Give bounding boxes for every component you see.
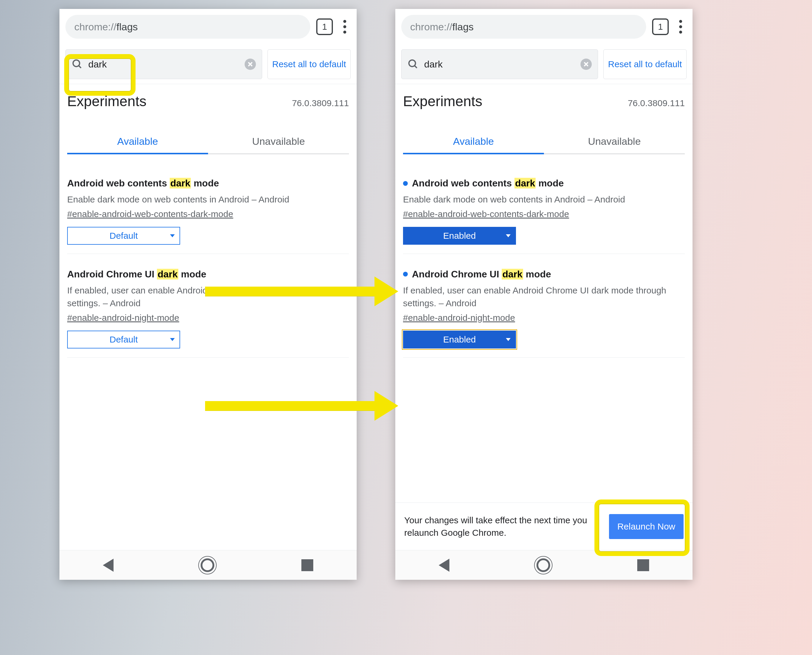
- modified-dot-icon: [403, 272, 408, 277]
- flag-select[interactable]: Default: [67, 227, 180, 245]
- flags-search-input[interactable]: dark: [65, 49, 262, 79]
- flag-hash-link[interactable]: #enable-android-night-mode: [403, 313, 515, 323]
- flag-description: Enable dark mode on web contents in Andr…: [403, 193, 685, 206]
- tab-unavailable[interactable]: Unavailable: [544, 130, 685, 154]
- flag-entry: Android Chrome UI dark mode If enabled, …: [403, 254, 685, 358]
- home-icon[interactable]: [536, 558, 550, 572]
- omnibox[interactable]: chrome://flags: [401, 15, 646, 38]
- omnibox[interactable]: chrome://flags: [65, 15, 310, 38]
- flag-hash-link[interactable]: #enable-android-web-contents-dark-mode: [403, 209, 569, 219]
- flag-title: Android Chrome UI dark mode: [67, 269, 349, 280]
- reset-all-label: Reset all to default: [272, 58, 346, 70]
- search-icon: [407, 58, 419, 70]
- overflow-menu-icon[interactable]: [675, 18, 686, 36]
- chevron-down-icon: [170, 338, 175, 341]
- svg-point-2: [409, 60, 416, 67]
- flag-title: Android Chrome UI dark mode: [403, 269, 685, 280]
- page-title: Experiments: [403, 93, 482, 109]
- chevron-down-icon: [170, 234, 175, 237]
- flag-list: Android web contents dark mode Enable da…: [60, 154, 357, 358]
- flag-tabs: Available Unavailable: [67, 130, 349, 154]
- flag-description: If enabled, user can enable Android Chro…: [403, 284, 685, 310]
- flag-tabs: Available Unavailable: [403, 130, 685, 154]
- relaunch-message: Your changes will take effect the next t…: [404, 514, 603, 539]
- url-path: flags: [117, 21, 138, 33]
- phone-right: chrome://flags 1 dark Reset all to defau…: [395, 9, 692, 580]
- recents-icon[interactable]: [637, 559, 649, 571]
- phone-left: chrome://flags 1 dark Reset all to defau…: [60, 9, 357, 580]
- reset-all-label: Reset all to default: [608, 58, 682, 70]
- home-icon[interactable]: [201, 558, 214, 572]
- url-scheme: chrome://: [410, 21, 452, 33]
- relaunch-bar: Your changes will take effect the next t…: [395, 503, 692, 550]
- page-title: Experiments: [67, 93, 147, 109]
- svg-point-0: [73, 60, 80, 67]
- chrome-version: 76.0.3809.111: [628, 98, 685, 108]
- flag-select[interactable]: Default: [67, 331, 180, 349]
- select-value: Default: [109, 335, 138, 344]
- chrome-version: 76.0.3809.111: [292, 98, 349, 108]
- svg-line-3: [414, 66, 417, 68]
- clear-search-icon[interactable]: [580, 58, 592, 70]
- tab-unavailable[interactable]: Unavailable: [208, 130, 349, 154]
- tab-switcher-button[interactable]: 1: [316, 18, 333, 35]
- flag-hash-link[interactable]: #enable-android-night-mode: [67, 313, 179, 323]
- chevron-down-icon: [506, 338, 511, 341]
- flag-description: If enabled, user can enable Android Chro…: [67, 284, 349, 310]
- clear-search-icon[interactable]: [245, 58, 256, 70]
- url-path: flags: [452, 21, 474, 33]
- relaunch-label: Relaunch Now: [617, 521, 675, 531]
- chrome-toolbar: chrome://flags 1: [60, 9, 357, 45]
- modified-dot-icon: [403, 181, 408, 186]
- reset-all-button[interactable]: Reset all to default: [267, 49, 351, 79]
- search-icon: [72, 58, 83, 70]
- android-navbar: [60, 550, 357, 580]
- flag-hash-link[interactable]: #enable-android-web-contents-dark-mode: [67, 209, 233, 219]
- tab-count: 1: [322, 22, 327, 32]
- flag-description: Enable dark mode on web contents in Andr…: [67, 193, 349, 206]
- url-scheme: chrome://: [74, 21, 117, 33]
- flag-select[interactable]: Enabled: [403, 331, 516, 349]
- reset-all-button[interactable]: Reset all to default: [603, 49, 686, 79]
- flags-search-row: dark Reset all to default: [395, 45, 692, 84]
- flags-search-input[interactable]: dark: [401, 49, 598, 79]
- tab-available[interactable]: Available: [403, 130, 544, 154]
- svg-line-1: [79, 66, 81, 68]
- recents-icon[interactable]: [301, 559, 313, 571]
- chrome-toolbar: chrome://flags 1: [395, 9, 692, 45]
- flag-entry: Android Chrome UI dark mode If enabled, …: [67, 254, 349, 358]
- experiments-header: Experiments 76.0.3809.111: [60, 84, 357, 112]
- flag-title: Android web contents dark mode: [403, 178, 685, 189]
- back-icon[interactable]: [103, 559, 114, 572]
- flag-select[interactable]: Enabled: [403, 227, 516, 245]
- search-value: dark: [424, 59, 442, 70]
- overflow-menu-icon[interactable]: [339, 18, 351, 36]
- flag-entry: Android web contents dark mode Enable da…: [67, 163, 349, 254]
- tab-available[interactable]: Available: [67, 130, 208, 154]
- select-value: Enabled: [443, 335, 476, 344]
- flag-title: Android web contents dark mode: [67, 178, 349, 189]
- experiments-header: Experiments 76.0.3809.111: [395, 84, 692, 112]
- tab-switcher-button[interactable]: 1: [652, 18, 669, 35]
- back-icon[interactable]: [439, 559, 450, 572]
- chevron-down-icon: [506, 234, 511, 237]
- flag-entry: Android web contents dark mode Enable da…: [403, 163, 685, 254]
- relaunch-button[interactable]: Relaunch Now: [609, 514, 684, 539]
- flag-list: Android web contents dark mode Enable da…: [395, 154, 692, 358]
- flags-search-row: dark Reset all to default: [60, 45, 357, 84]
- select-value: Enabled: [443, 231, 476, 241]
- tab-count: 1: [658, 22, 663, 32]
- android-navbar: [395, 550, 692, 580]
- select-value: Default: [109, 231, 138, 241]
- search-value: dark: [88, 59, 107, 70]
